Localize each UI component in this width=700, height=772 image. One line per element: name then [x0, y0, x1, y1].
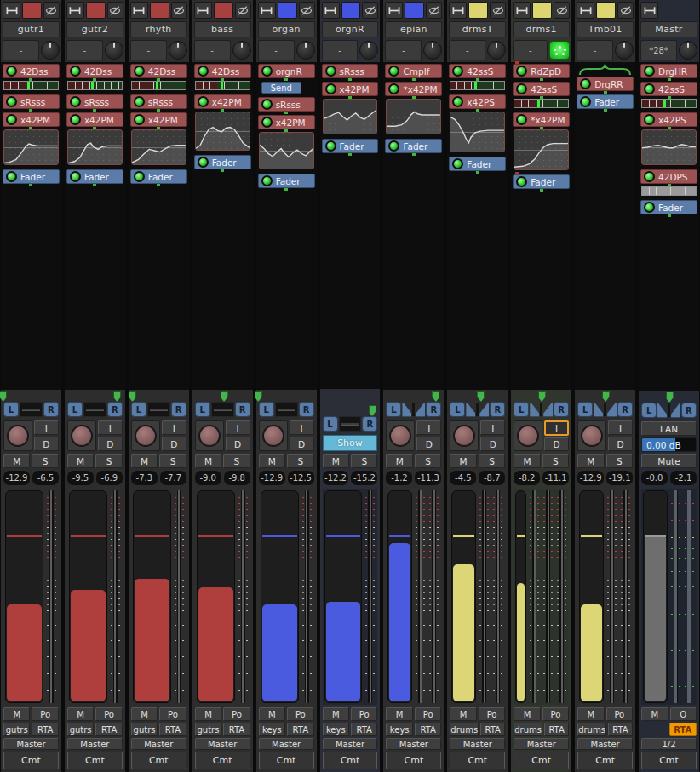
- eq-curve-display[interactable]: [195, 112, 250, 151]
- routing-icon[interactable]: [130, 2, 148, 19]
- trim-knob[interactable]: [359, 41, 378, 60]
- pan-right-button[interactable]: R: [235, 402, 250, 417]
- phase-button[interactable]: Po: [95, 707, 122, 721]
- mute-button[interactable]: M: [386, 454, 412, 468]
- solo-button[interactable]: S: [542, 454, 569, 468]
- routing-icon[interactable]: [194, 2, 212, 19]
- solo-button[interactable]: S: [159, 454, 186, 468]
- hide-icon[interactable]: [617, 2, 634, 19]
- fx-slot-sRsss[interactable]: sRsss: [130, 94, 187, 109]
- pan-right-button[interactable]: R: [426, 402, 441, 417]
- mono-button[interactable]: M: [3, 707, 30, 721]
- record-arm-button[interactable]: [131, 420, 160, 451]
- mono-button[interactable]: M: [323, 707, 349, 721]
- pan-slider-rail[interactable]: [339, 416, 362, 432]
- group-button[interactable]: keys: [259, 723, 285, 736]
- fader-slot-Fader[interactable]: Fader: [322, 139, 379, 153]
- group-button[interactable]: drums: [514, 723, 542, 736]
- peak-value-left[interactable]: -1.2: [386, 471, 412, 485]
- routing-icon[interactable]: [322, 2, 340, 19]
- routing-icon[interactable]: [66, 2, 84, 19]
- fx-slot-sRsss[interactable]: sRsss: [258, 97, 315, 112]
- track-name[interactable]: epian: [385, 21, 442, 37]
- pan-left-button[interactable]: L: [577, 402, 593, 417]
- monitor-button[interactable]: D: [480, 437, 505, 451]
- mute-button[interactable]: M: [259, 454, 285, 468]
- monitor-button[interactable]: D: [162, 437, 186, 451]
- hide-icon[interactable]: [554, 2, 570, 19]
- fx-slot-42ssS[interactable]: 42ssS: [449, 64, 506, 78]
- phase-button[interactable]: Po: [32, 707, 58, 721]
- fader-track[interactable]: [238, 490, 249, 703]
- output-button[interactable]: Master: [577, 738, 633, 750]
- pan-wing-left[interactable]: [594, 403, 603, 417]
- monitor-button[interactable]: D: [34, 437, 59, 451]
- hide-icon[interactable]: [299, 2, 315, 19]
- monitor-button[interactable]: D: [416, 437, 441, 451]
- fx-slot-DrgRR[interactable]: DrgRR: [577, 77, 634, 91]
- fx-slot-x42PM[interactable]: x42PM: [66, 112, 123, 127]
- monitor-button[interactable]: D: [98, 437, 123, 451]
- output-button[interactable]: 1/2: [641, 738, 697, 750]
- mono-button[interactable]: M: [195, 707, 221, 721]
- fader-slot-Fader[interactable]: Fader: [449, 157, 506, 171]
- routing-icon[interactable]: [3, 2, 20, 19]
- fx-slot-x42PM[interactable]: x42PM: [194, 94, 251, 109]
- fx-slot-sRsss[interactable]: sRsss: [66, 94, 123, 109]
- track-color-swatch[interactable]: [532, 2, 552, 19]
- phase-button[interactable]: O: [670, 707, 697, 721]
- monitor-button[interactable]: D: [290, 437, 314, 451]
- fader-track[interactable]: [364, 490, 376, 703]
- pan-right-button[interactable]: R: [107, 402, 123, 417]
- group-button[interactable]: drums: [577, 723, 606, 736]
- pan-wing-left[interactable]: [530, 403, 539, 417]
- peak-value-right[interactable]: -12.5: [288, 471, 314, 485]
- trim-knob[interactable]: [423, 41, 442, 60]
- routing-icon[interactable]: [449, 2, 467, 19]
- trim-knob[interactable]: [41, 41, 60, 60]
- pan-marker[interactable]: [0, 391, 7, 402]
- mute-button[interactable]: M: [323, 454, 349, 468]
- record-arm-button[interactable]: [67, 420, 96, 451]
- pan-wing-right[interactable]: [543, 403, 553, 417]
- io-selector[interactable]: -: [322, 40, 359, 60]
- pan-right-button[interactable]: R: [362, 416, 377, 432]
- pan-left-button[interactable]: L: [323, 416, 338, 432]
- fx-slot-x42PM[interactable]: x42PM: [322, 82, 379, 96]
- input-button[interactable]: I: [416, 420, 441, 435]
- mute-button[interactable]: M: [195, 454, 221, 468]
- pan-wing-right[interactable]: [416, 403, 425, 417]
- pan-left-button[interactable]: L: [450, 402, 465, 417]
- peak-value-right[interactable]: -2.1: [670, 471, 697, 485]
- eq-curve-display[interactable]: [259, 132, 314, 169]
- io-selector[interactable]: -: [66, 40, 103, 60]
- pan-left-button[interactable]: L: [3, 402, 19, 417]
- output-button[interactable]: Master: [3, 738, 59, 750]
- hide-icon[interactable]: [235, 2, 251, 19]
- peak-value-left[interactable]: -12.9: [259, 471, 285, 485]
- peak-value-left[interactable]: -12.9: [577, 471, 604, 485]
- trim-knob[interactable]: [169, 41, 187, 60]
- track-color-swatch[interactable]: [86, 2, 106, 19]
- peak-value-right[interactable]: -15.2: [351, 471, 377, 485]
- pan-slider-rail[interactable]: [211, 402, 234, 417]
- track-name[interactable]: gutr2: [66, 21, 123, 37]
- comment-button[interactable]: Cmt: [3, 752, 59, 769]
- pan-left-button[interactable]: L: [131, 402, 146, 417]
- output-button[interactable]: Master: [386, 738, 441, 750]
- fader-track[interactable]: [606, 490, 617, 703]
- mute-button[interactable]: M: [577, 454, 604, 468]
- phase-button[interactable]: Po: [479, 707, 505, 721]
- input-button[interactable]: I: [34, 420, 59, 435]
- comment-button[interactable]: Cmt: [323, 752, 378, 769]
- group-button[interactable]: drums: [450, 723, 479, 736]
- mono-button[interactable]: M: [641, 707, 668, 721]
- send-button[interactable]: Send: [261, 82, 301, 94]
- io-selector[interactable]: -: [577, 40, 613, 60]
- eq-curve-display[interactable]: [514, 129, 569, 170]
- rta-button[interactable]: RTA: [351, 723, 377, 736]
- solo-button[interactable]: S: [32, 454, 58, 468]
- input-button[interactable]: I: [290, 420, 314, 435]
- fx-slot-42ssS[interactable]: 42ssS: [640, 82, 697, 96]
- eq-curve-display[interactable]: [386, 99, 441, 134]
